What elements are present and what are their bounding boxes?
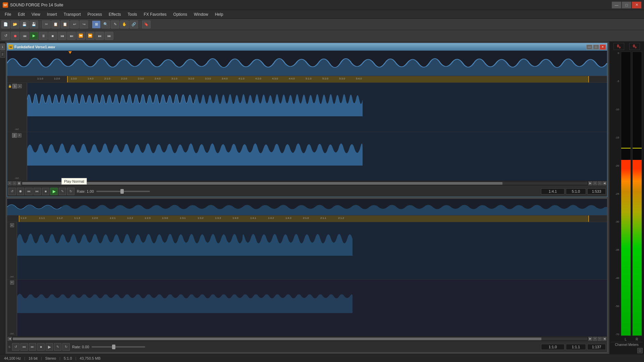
close-button[interactable]: ✕: [632, 2, 641, 8]
zoom-in-2[interactable]: +: [593, 337, 597, 341]
status-memory: 43,750.5 MB: [79, 356, 100, 360]
channels-area: 🔒 1 ≡ -Inf.: [7, 83, 607, 181]
pencil-btn-1[interactable]: ✎: [59, 188, 66, 195]
zoom-tool[interactable]: 🔍: [101, 20, 110, 28]
menu-insert[interactable]: Insert: [44, 11, 60, 18]
menu-process[interactable]: Process: [84, 11, 105, 18]
loop-btn-1[interactable]: ↺: [8, 188, 16, 195]
record-btn-1[interactable]: ⏺: [17, 188, 24, 195]
vu-bars: [620, 51, 643, 337]
ruler-label: 1:2.0: [54, 77, 60, 80]
menu-file[interactable]: File: [1, 11, 14, 18]
menu-edit[interactable]: Edit: [14, 11, 28, 18]
menu-help[interactable]: Help: [212, 11, 227, 18]
skip-start-2[interactable]: ⏮: [20, 343, 28, 351]
cut-button[interactable]: ✂: [42, 20, 51, 28]
vu-bar-left: [621, 52, 631, 336]
new-button[interactable]: 📄: [1, 20, 10, 28]
menu-effects[interactable]: Effects: [105, 11, 124, 18]
rate-slider-1[interactable]: [96, 191, 150, 192]
zoom-in-btn[interactable]: +: [593, 181, 597, 185]
open-button[interactable]: 📂: [11, 20, 19, 28]
scroll-right-2[interactable]: ▶: [588, 337, 592, 341]
loop-button[interactable]: ↺: [1, 32, 10, 40]
scroll-handle-left[interactable]: [17, 181, 21, 185]
channel-1-svg: [27, 83, 607, 132]
scroll-left2[interactable]: ◀: [8, 337, 12, 341]
timeline-ruler-1[interactable]: 1:1.0 1:2.0 1:3.0 1:4.0 2:1.0 2:2.0 2:3.…: [7, 76, 607, 83]
next-marker[interactable]: ⏭: [67, 32, 76, 40]
rewind-to-start[interactable]: ⏮: [20, 32, 29, 40]
separator2: [90, 21, 90, 28]
skip-start-1[interactable]: ⏮: [25, 188, 33, 195]
scroll-right1[interactable]: ▶: [588, 181, 592, 185]
paste-button[interactable]: 📋: [61, 20, 69, 28]
menu-fxfavorites[interactable]: FX Favorites: [141, 11, 170, 18]
channel-2-2-db: -Inf.: [10, 332, 14, 335]
loop-btn-2[interactable]: ↺: [12, 343, 19, 351]
tab-2[interactable]: 2: [0, 51, 5, 58]
stop-btn-2[interactable]: ■: [37, 343, 45, 351]
maximize-button[interactable]: □: [622, 2, 631, 8]
pencil-btn-2[interactable]: ✎: [54, 343, 61, 351]
undo-button[interactable]: ↩: [70, 20, 79, 28]
timeline-ruler-2[interactable]: 1:1.0 1:1.1 1:1.2 1:1.3 1:2.0 1:2.1 1:2.…: [7, 216, 607, 222]
play-btn-2[interactable]: ▶: [46, 343, 53, 351]
skip-end-2[interactable]: ⏭: [29, 343, 36, 351]
loop-mode-2[interactable]: ↻: [62, 343, 70, 351]
window1-title: Funkdafied Verse1.wav: [14, 45, 55, 49]
tab-1[interactable]: 1: [0, 44, 5, 50]
win1-minimize[interactable]: —: [586, 45, 592, 50]
record-button[interactable]: ⏺: [11, 32, 19, 40]
zoom-out-2[interactable]: −: [598, 337, 602, 341]
prev-region[interactable]: ⏭: [95, 32, 104, 40]
menu-options[interactable]: Options: [170, 11, 191, 18]
pencil-tool[interactable]: ✎: [111, 20, 119, 28]
pause-button[interactable]: ⏸: [39, 32, 48, 40]
loop-mode-1[interactable]: ↻: [67, 188, 74, 195]
scroll-left-btn[interactable]: +: [8, 181, 12, 185]
prev-marker[interactable]: ⏮: [58, 32, 66, 40]
step-back[interactable]: ⏪: [76, 32, 85, 40]
window-controls: — □ ✕: [612, 2, 641, 8]
step-forward[interactable]: ⏩: [86, 32, 95, 40]
play-btn-1[interactable]: ▶: [50, 188, 58, 195]
next-region[interactable]: ⏭: [105, 32, 113, 40]
ruler-label: 3:2.0: [188, 77, 194, 80]
scroll-right2[interactable]: ◀: [602, 181, 606, 185]
rate-thumb-1[interactable]: [120, 189, 124, 194]
rate-slider-2[interactable]: [92, 346, 145, 348]
scrollbar-thumb-1[interactable]: [22, 182, 502, 185]
toolbar-transport: ↺ ⏺ ⏮ ▶ ⏸ ■ ⏮ ⏭ ⏪ ⏩ ⏭ ⏭: [0, 30, 644, 42]
redo-button[interactable]: ↪: [79, 20, 88, 28]
zoom-out-btn[interactable]: −: [598, 181, 602, 185]
marker-tool[interactable]: 🔖: [142, 20, 151, 28]
win1-restore[interactable]: □: [593, 45, 599, 50]
select-tool[interactable]: ⊞: [92, 20, 101, 28]
save-button[interactable]: 💾: [20, 20, 29, 28]
minimize-button[interactable]: —: [612, 2, 621, 8]
hand-tool[interactable]: ✋: [120, 20, 129, 28]
scrollbar-track-1[interactable]: [22, 182, 588, 185]
copy-button[interactable]: 📋: [51, 20, 60, 28]
save-as-button[interactable]: 💾: [30, 20, 38, 28]
scroll-minus-btn[interactable]: −: [12, 181, 16, 185]
snap-tool[interactable]: 🔗: [129, 20, 138, 28]
statusbar: 44,100 Hz | 16 bit | Stereo | 5:1.0 | 43…: [0, 354, 644, 362]
scrollbar-thumb-2[interactable]: [13, 338, 541, 340]
skip-end-1[interactable]: ⏭: [34, 188, 41, 195]
scrollbar-track-2[interactable]: [12, 337, 588, 341]
menu-window[interactable]: Window: [191, 11, 212, 18]
menu-transport[interactable]: Transport: [60, 11, 84, 18]
menu-tools[interactable]: Tools: [124, 11, 141, 18]
stop-btn-1[interactable]: ■: [42, 188, 49, 195]
vu-expand-btn[interactable]: □: [637, 348, 643, 353]
stop-button[interactable]: ■: [48, 32, 57, 40]
play-button-main[interactable]: ▶: [30, 32, 38, 40]
vu-scale: 0 -5 -10 -15 -20 -25 -30 -35 -40 -50 -70: [611, 51, 620, 337]
audio-window-1: W Funkdafied Verse1.wav — □ ✕: [7, 43, 607, 197]
menu-view[interactable]: View: [28, 11, 44, 18]
scroll-end-2[interactable]: ◀: [602, 337, 606, 341]
rate-thumb-2[interactable]: [112, 345, 115, 349]
win1-close[interactable]: ✕: [600, 45, 606, 50]
